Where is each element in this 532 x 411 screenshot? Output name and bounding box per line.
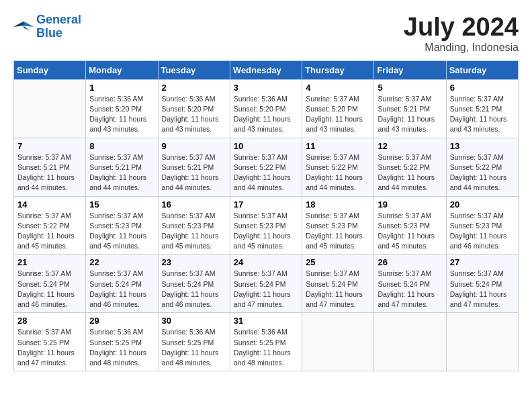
day-number: 6 — [450, 83, 515, 93]
day-number: 28 — [17, 316, 82, 326]
day-info: Sunrise: 5:37 AMSunset: 5:20 PMDaylight:… — [306, 94, 370, 135]
day-info: Sunrise: 5:37 AMSunset: 5:25 PMDaylight:… — [17, 327, 82, 368]
calendar-cell: 28Sunrise: 5:37 AMSunset: 5:25 PMDayligh… — [14, 313, 86, 371]
weekday-header-tuesday: Tuesday — [158, 60, 230, 79]
calendar-week-row: 7Sunrise: 5:37 AMSunset: 5:21 PMDaylight… — [14, 138, 519, 196]
calendar-week-row: 28Sunrise: 5:37 AMSunset: 5:25 PMDayligh… — [14, 313, 519, 371]
day-number: 11 — [306, 141, 370, 151]
svg-marker-1 — [13, 21, 24, 26]
location-subtitle: Manding, Indonesia — [404, 42, 519, 54]
logo-line1: General — [36, 13, 81, 26]
calendar-cell: 20Sunrise: 5:37 AMSunset: 5:23 PMDayligh… — [446, 196, 518, 255]
calendar-cell: 29Sunrise: 5:36 AMSunset: 5:25 PMDayligh… — [86, 313, 158, 371]
day-info: Sunrise: 5:36 AMSunset: 5:25 PMDaylight:… — [234, 327, 298, 368]
day-info: Sunrise: 5:37 AMSunset: 5:22 PMDaylight:… — [17, 211, 82, 252]
day-info: Sunrise: 5:37 AMSunset: 5:24 PMDaylight:… — [234, 269, 298, 310]
day-info: Sunrise: 5:37 AMSunset: 5:23 PMDaylight:… — [306, 211, 370, 252]
day-info: Sunrise: 5:37 AMSunset: 5:21 PMDaylight:… — [17, 152, 82, 193]
calendar-cell: 11Sunrise: 5:37 AMSunset: 5:22 PMDayligh… — [302, 138, 374, 196]
calendar-cell: 23Sunrise: 5:37 AMSunset: 5:24 PMDayligh… — [158, 255, 230, 313]
calendar-cell — [374, 313, 446, 371]
day-number: 5 — [378, 83, 442, 93]
day-info: Sunrise: 5:37 AMSunset: 5:24 PMDaylight:… — [450, 269, 515, 310]
day-info: Sunrise: 5:37 AMSunset: 5:21 PMDaylight:… — [162, 152, 226, 193]
calendar-cell: 18Sunrise: 5:37 AMSunset: 5:23 PMDayligh… — [302, 196, 374, 255]
calendar-cell: 30Sunrise: 5:36 AMSunset: 5:25 PMDayligh… — [158, 313, 230, 371]
calendar-cell: 13Sunrise: 5:37 AMSunset: 5:22 PMDayligh… — [446, 138, 518, 196]
day-number: 23 — [162, 257, 226, 267]
calendar-cell: 25Sunrise: 5:37 AMSunset: 5:24 PMDayligh… — [302, 255, 374, 313]
day-info: Sunrise: 5:37 AMSunset: 5:21 PMDaylight:… — [450, 94, 515, 135]
day-number: 7 — [17, 141, 82, 151]
page-header: General Blue July 2024 Manding, Indonesi… — [13, 13, 519, 54]
day-number: 9 — [162, 141, 226, 151]
calendar-header-row: SundayMondayTuesdayWednesdayThursdayFrid… — [14, 60, 519, 79]
calendar-cell: 6Sunrise: 5:37 AMSunset: 5:21 PMDaylight… — [446, 79, 518, 138]
calendar-cell: 26Sunrise: 5:37 AMSunset: 5:24 PMDayligh… — [374, 255, 446, 313]
calendar-cell: 1Sunrise: 5:36 AMSunset: 5:20 PMDaylight… — [86, 79, 158, 138]
calendar-cell: 24Sunrise: 5:37 AMSunset: 5:24 PMDayligh… — [230, 255, 302, 313]
day-number: 8 — [89, 141, 154, 151]
day-info: Sunrise: 5:37 AMSunset: 5:23 PMDaylight:… — [378, 211, 442, 252]
calendar-cell: 16Sunrise: 5:37 AMSunset: 5:23 PMDayligh… — [158, 196, 230, 255]
day-info: Sunrise: 5:37 AMSunset: 5:22 PMDaylight:… — [234, 152, 298, 193]
day-info: Sunrise: 5:36 AMSunset: 5:25 PMDaylight:… — [162, 327, 226, 368]
day-number: 29 — [89, 316, 154, 326]
weekday-header-saturday: Saturday — [446, 60, 518, 79]
day-info: Sunrise: 5:37 AMSunset: 5:24 PMDaylight:… — [17, 269, 82, 310]
day-info: Sunrise: 5:37 AMSunset: 5:22 PMDaylight:… — [450, 152, 515, 193]
day-info: Sunrise: 5:36 AMSunset: 5:20 PMDaylight:… — [89, 94, 154, 135]
day-number: 15 — [89, 199, 154, 210]
day-info: Sunrise: 5:37 AMSunset: 5:23 PMDaylight:… — [450, 211, 515, 252]
day-number: 26 — [378, 257, 442, 267]
day-info: Sunrise: 5:37 AMSunset: 5:21 PMDaylight:… — [89, 152, 154, 193]
day-info: Sunrise: 5:37 AMSunset: 5:23 PMDaylight:… — [162, 211, 226, 252]
logo-icon — [13, 19, 34, 35]
logo-line2: Blue — [36, 26, 62, 40]
svg-marker-0 — [24, 21, 34, 26]
day-number: 21 — [17, 257, 82, 267]
calendar-cell — [302, 313, 374, 371]
calendar-cell: 27Sunrise: 5:37 AMSunset: 5:24 PMDayligh… — [446, 255, 518, 313]
calendar-cell: 10Sunrise: 5:37 AMSunset: 5:22 PMDayligh… — [230, 138, 302, 196]
day-number: 31 — [234, 316, 298, 326]
day-info: Sunrise: 5:37 AMSunset: 5:23 PMDaylight:… — [234, 211, 298, 252]
weekday-header-wednesday: Wednesday — [230, 60, 302, 79]
day-info: Sunrise: 5:37 AMSunset: 5:24 PMDaylight:… — [378, 269, 442, 310]
day-number: 18 — [306, 199, 370, 210]
calendar-cell: 9Sunrise: 5:37 AMSunset: 5:21 PMDaylight… — [158, 138, 230, 196]
svg-marker-2 — [24, 26, 29, 30]
month-title: July 2024 — [404, 13, 519, 42]
calendar-cell: 14Sunrise: 5:37 AMSunset: 5:22 PMDayligh… — [14, 196, 86, 255]
day-info: Sunrise: 5:37 AMSunset: 5:24 PMDaylight:… — [89, 269, 154, 310]
day-info: Sunrise: 5:37 AMSunset: 5:24 PMDaylight:… — [162, 269, 226, 310]
day-info: Sunrise: 5:37 AMSunset: 5:23 PMDaylight:… — [89, 211, 154, 252]
day-number: 3 — [234, 83, 298, 93]
day-info: Sunrise: 5:37 AMSunset: 5:22 PMDaylight:… — [306, 152, 370, 193]
day-number: 2 — [162, 83, 226, 93]
calendar-cell: 22Sunrise: 5:37 AMSunset: 5:24 PMDayligh… — [86, 255, 158, 313]
calendar-cell: 8Sunrise: 5:37 AMSunset: 5:21 PMDaylight… — [86, 138, 158, 196]
calendar-cell: 12Sunrise: 5:37 AMSunset: 5:22 PMDayligh… — [374, 138, 446, 196]
weekday-header-friday: Friday — [374, 60, 446, 79]
day-number: 12 — [378, 141, 442, 151]
day-number: 10 — [234, 141, 298, 151]
calendar-cell — [446, 313, 518, 371]
weekday-header-sunday: Sunday — [14, 60, 86, 79]
weekday-header-monday: Monday — [86, 60, 158, 79]
day-number: 25 — [306, 257, 370, 267]
calendar-cell: 19Sunrise: 5:37 AMSunset: 5:23 PMDayligh… — [374, 196, 446, 255]
day-number: 13 — [450, 141, 515, 151]
calendar-body: 1Sunrise: 5:36 AMSunset: 5:20 PMDaylight… — [14, 79, 519, 371]
day-number: 1 — [89, 83, 154, 93]
calendar-cell: 3Sunrise: 5:36 AMSunset: 5:20 PMDaylight… — [230, 79, 302, 138]
day-number: 19 — [378, 199, 442, 210]
day-info: Sunrise: 5:36 AMSunset: 5:20 PMDaylight:… — [234, 94, 298, 135]
day-number: 27 — [450, 257, 515, 267]
day-number: 17 — [234, 199, 298, 210]
calendar-cell: 2Sunrise: 5:36 AMSunset: 5:20 PMDaylight… — [158, 79, 230, 138]
calendar-week-row: 1Sunrise: 5:36 AMSunset: 5:20 PMDaylight… — [14, 79, 519, 138]
day-info: Sunrise: 5:36 AMSunset: 5:25 PMDaylight:… — [89, 327, 154, 368]
calendar-cell: 5Sunrise: 5:37 AMSunset: 5:21 PMDaylight… — [374, 79, 446, 138]
day-number: 30 — [162, 316, 226, 326]
